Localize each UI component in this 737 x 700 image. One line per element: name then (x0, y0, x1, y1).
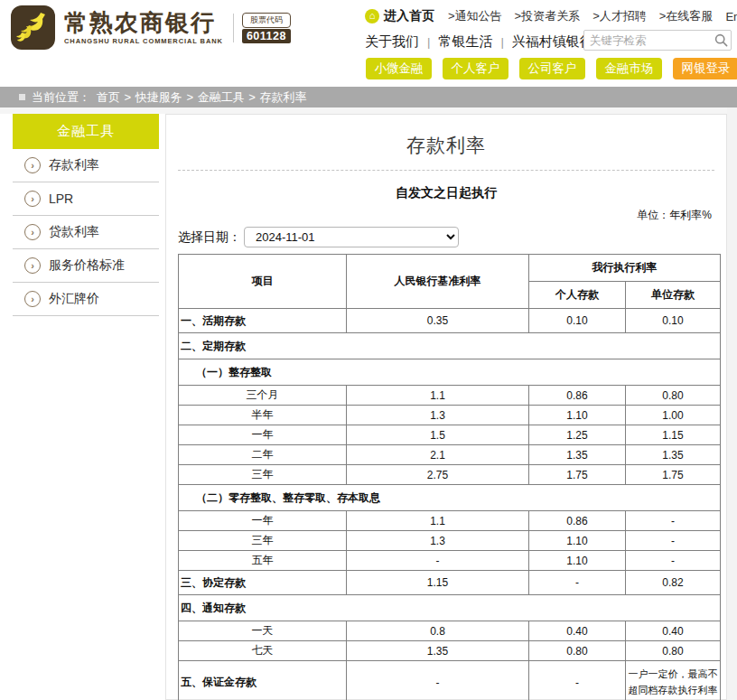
item-cell: 五、保证金存款 (179, 661, 347, 700)
sidebar-item-label: 服务价格标准 (49, 257, 125, 274)
corporate-rate-cell: 0.10 (626, 309, 721, 333)
breadcrumb-prefix: 当前位置： (32, 89, 90, 106)
about-nav-separator: | (500, 35, 503, 49)
top-nav-link[interactable]: >在线客服 (659, 9, 714, 23)
breadcrumb-item[interactable]: 快捷服务 (135, 90, 182, 104)
col-header-pboc-rate: 人民银行基准利率 (347, 255, 529, 309)
personal-rate-cell: 1.35 (529, 445, 626, 465)
sidebar-item[interactable]: ›贷款利率 (13, 216, 159, 249)
table-row: 一年1.51.251.15 (179, 425, 721, 445)
rate-table-body: 一、活期存款0.350.100.10二、定期存款（一）整存整取三个月1.10.8… (179, 309, 721, 700)
table-row: 三年2.751.751.75 (179, 465, 721, 485)
col-header-corporate: 单位存款 (626, 282, 721, 309)
corporate-rate-cell: 1.75 (626, 465, 721, 485)
chevron-right-icon: › (24, 257, 41, 274)
rate-table: 项目 人民银行基准利率 我行执行利率 个人存款 单位存款 一、活期存款0.350… (178, 254, 721, 700)
section-label: 四、通知存款 (179, 595, 721, 621)
pboc-rate-cell: 0.8 (347, 621, 529, 641)
bank-logo-icon (11, 5, 55, 50)
brand-name-cn: 常熟农商银行 (64, 10, 223, 35)
about-nav-link[interactable]: 关于我们 (365, 33, 419, 51)
bank-logo[interactable]: 常熟农商银行 CHANGSHU RURAL COMMERCIAL BANK 股票… (11, 5, 291, 50)
top-nav-link[interactable]: >通知公告 (448, 9, 502, 23)
breadcrumb-separator: > (246, 90, 259, 104)
search-icon[interactable] (711, 31, 731, 50)
about-nav-link[interactable]: 兴福村镇银行 (512, 33, 593, 51)
item-cell: 一天 (179, 621, 347, 641)
breadcrumb-separator: > (121, 90, 135, 104)
home-link[interactable]: ⌂ 进入首页 (365, 8, 434, 24)
breadcrumb-item[interactable]: 存款利率 (259, 90, 306, 104)
item-cell: 一年 (179, 425, 347, 445)
corporate-rate-cell: 0.80 (626, 386, 721, 406)
ebank-login-button[interactable]: 网银登录 (673, 58, 737, 79)
date-select[interactable]: 2024-11-01 (244, 227, 459, 247)
sidebar-item[interactable]: ›LPR (13, 182, 159, 216)
header-gap-band (0, 107, 737, 114)
breadcrumb-separator: > (183, 90, 197, 104)
quick-nav-button[interactable]: 公司客户 (519, 58, 585, 79)
main-panel: 存款利率 自发文之日起执行 单位：年利率% 选择日期： 2024-11-01 项… (165, 114, 727, 700)
about-nav: 关于我们|常银生活|兴福村镇银行 (365, 33, 593, 51)
quick-nav-button[interactable]: 个人客户 (443, 58, 508, 79)
breadcrumb-bullet-icon (19, 94, 25, 100)
sidebar-item-label: LPR (49, 191, 73, 206)
item-cell: 三、协定存款 (179, 571, 347, 595)
quick-nav-button[interactable]: 金融市场 (596, 58, 662, 79)
sidebar-items: ›存款利率›LPR›贷款利率›服务价格标准›外汇牌价 (13, 149, 159, 316)
sidebar-item[interactable]: ›服务价格标准 (13, 249, 159, 283)
item-cell: 一年 (179, 511, 347, 531)
item-cell: 三个月 (179, 386, 347, 406)
pboc-rate-cell: 1.35 (347, 641, 529, 661)
sidebar-title: 金融工具 (13, 114, 159, 149)
top-nav: ⌂ 进入首页 >通知公告>投资者关系>人才招聘>在线客服 En | 繁 (365, 8, 737, 24)
col-header-item: 项目 (179, 255, 347, 309)
personal-rate-cell: 1.10 (529, 406, 626, 425)
top-nav-link[interactable]: >投资者关系 (515, 9, 581, 23)
pboc-rate-cell: 1.1 (347, 511, 529, 531)
personal-rate-cell: 1.75 (529, 465, 626, 485)
breadcrumb-items: 首页 > 快捷服务 > 金融工具 > 存款利率 (97, 89, 306, 106)
logo-divider (233, 14, 234, 42)
table-row: 三年1.31.10- (179, 531, 721, 551)
personal-rate-cell: - (529, 661, 626, 700)
top-nav-links: >通知公告>投资者关系>人才招聘>在线客服 (448, 8, 725, 24)
sidebar-item[interactable]: ›外汇牌价 (13, 283, 159, 316)
corporate-rate-cell: - (626, 531, 721, 551)
chevron-right-icon: › (24, 157, 41, 173)
table-row: 五、保证金存款--一户一定价，最高不超同档存款执行利率 (179, 661, 721, 700)
pboc-rate-cell: 0.35 (347, 309, 529, 333)
site-header: 常熟农商银行 CHANGSHU RURAL COMMERCIAL BANK 股票… (0, 0, 737, 87)
about-nav-separator: | (427, 35, 430, 49)
pboc-rate-cell: 2.1 (347, 445, 529, 465)
quick-nav-button[interactable]: 小微金融 (366, 58, 432, 79)
corporate-rate-cell: 1.00 (626, 406, 721, 425)
search-input[interactable] (584, 34, 711, 47)
table-header-row: 项目 人民银行基准利率 我行执行利率 (179, 255, 721, 282)
table-row: 一、活期存款0.350.100.10 (179, 309, 721, 333)
pboc-rate-cell: 1.3 (347, 531, 529, 551)
section-label: （二）零存整取、整存零取、存本取息 (179, 485, 721, 511)
table-row: 二年2.11.351.35 (179, 445, 721, 465)
personal-rate-cell: - (529, 571, 626, 595)
home-icon: ⌂ (365, 9, 379, 23)
breadcrumb-item[interactable]: 首页 (97, 90, 120, 104)
sidebar-item[interactable]: ›存款利率 (13, 149, 159, 182)
sidebar-item-label: 贷款利率 (49, 224, 99, 240)
item-cell: 五年 (179, 551, 347, 571)
lang-en-link[interactable]: En (725, 10, 737, 23)
table-row: 三、协定存款1.15-0.82 (179, 571, 721, 595)
brand-name-en: CHANGSHU RURAL COMMERCIAL BANK (64, 37, 223, 45)
about-nav-link[interactable]: 常银生活 (438, 33, 492, 51)
date-select-label: 选择日期： (178, 229, 241, 246)
corporate-rate-cell: 0.80 (626, 641, 721, 661)
effective-note: 自发文之日起执行 (166, 185, 726, 201)
top-nav-link[interactable]: >人才招聘 (592, 9, 647, 23)
table-row: 五年-1.10- (179, 551, 721, 571)
personal-rate-cell: 0.86 (529, 511, 626, 531)
language-switch: En | 繁 (725, 8, 737, 24)
page-right-margin (727, 107, 737, 700)
corporate-rate-cell: - (626, 511, 721, 531)
corporate-rate-cell: 0.82 (626, 571, 721, 595)
breadcrumb-item[interactable]: 金融工具 (198, 90, 245, 104)
